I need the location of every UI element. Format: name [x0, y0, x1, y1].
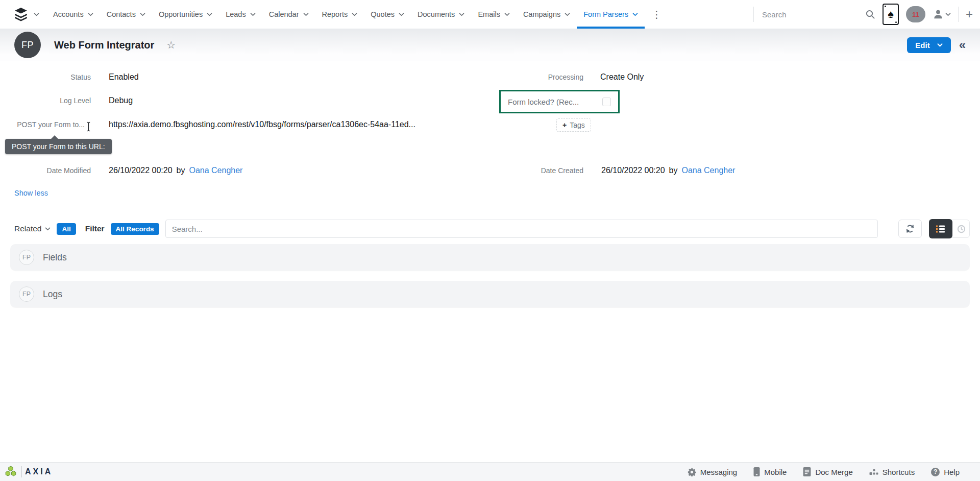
- post-url-link[interactable]: https://axia.demo.fbsghosting.com/rest/v…: [109, 120, 415, 129]
- search-icon[interactable]: [865, 9, 875, 19]
- panel-title: Fields: [43, 252, 67, 263]
- nav-item-campaigns[interactable]: Campaigns: [517, 0, 577, 29]
- nav-item-contacts[interactable]: Contacts: [100, 0, 152, 29]
- related-search-input[interactable]: [165, 220, 878, 238]
- nav-item-label: Campaigns: [523, 10, 560, 18]
- field-row-date-created: Date Created 26/10/2022 00:20 by Oana Ce…: [499, 166, 735, 175]
- spade-glyph: ♠: [888, 8, 894, 21]
- date-created-value: 26/10/2022 00:20: [601, 166, 665, 175]
- chevron-down-icon: [34, 13, 39, 16]
- field-label: POST your Form to...: [14, 119, 91, 130]
- related-all-pill[interactable]: All: [57, 223, 76, 235]
- quick-create-plus-icon[interactable]: +: [966, 8, 973, 20]
- chevron-down-icon: [88, 13, 93, 16]
- related-label: Related: [14, 224, 41, 233]
- refresh-button[interactable]: [898, 220, 922, 238]
- mobile-icon: [753, 467, 760, 476]
- post-url-tooltip: POST your Form to this URL:: [5, 139, 112, 154]
- app-footer: AXIA Messaging Mobile Doc Merge Shortcut…: [0, 462, 980, 481]
- field-label: Status: [14, 73, 91, 81]
- timeline-view-toggle[interactable]: [949, 220, 970, 238]
- chevron-down-icon: [303, 13, 309, 16]
- filter-all-records-pill[interactable]: All Records: [111, 223, 159, 235]
- user-icon: [933, 9, 944, 20]
- nav-item-label: Leads: [226, 10, 246, 18]
- clock-icon: [957, 224, 966, 234]
- field-row-date-modified: Date Modified 26/10/2022 00:20 by Oana C…: [14, 166, 242, 175]
- nav-item-emails[interactable]: Emails: [471, 0, 517, 29]
- chevron-down-icon: [352, 13, 357, 16]
- form-locked-highlight-box: Form locked? (Rec...: [499, 90, 620, 113]
- app-logo-menu[interactable]: [13, 0, 46, 29]
- footer-link-label: Messaging: [700, 468, 738, 476]
- nav-item-form-parsers[interactable]: Form Parsers: [577, 0, 645, 29]
- view-toggle-group: [929, 219, 970, 238]
- chevron-down-icon: [504, 13, 510, 16]
- chevron-down-icon: [565, 13, 570, 16]
- related-panels: FP Fields FP Logs: [10, 244, 970, 307]
- field-label: Form locked? (Rec...: [508, 98, 579, 106]
- card-dot: [895, 21, 897, 23]
- related-toolbar: Related All Filter All Records: [14, 220, 970, 238]
- nav-item-calendar[interactable]: Calendar: [262, 0, 315, 29]
- nav-item-opportunities[interactable]: Opportunities: [152, 0, 219, 29]
- refresh-icon: [905, 224, 915, 234]
- main-nav: Accounts Contacts Opportunities Leads Ca…: [46, 0, 669, 29]
- nav-item-leads[interactable]: Leads: [219, 0, 262, 29]
- post-url-label-text: POST your Form to...: [17, 121, 85, 129]
- notification-badge[interactable]: 11: [906, 6, 925, 22]
- field-row-status: Status Enabled: [14, 73, 139, 82]
- chevron-down-icon: [945, 13, 951, 16]
- favorite-star-icon[interactable]: ☆: [166, 39, 176, 51]
- filter-label: Filter: [85, 224, 105, 233]
- list-icon: [936, 225, 945, 233]
- nav-item-label: Documents: [418, 10, 455, 18]
- field-row-processing: Processing Create Only: [499, 73, 644, 82]
- chevron-down-icon: [250, 13, 256, 16]
- more-modules-kebab-icon[interactable]: ⋮: [645, 0, 669, 29]
- panel-fields[interactable]: FP Fields: [10, 244, 970, 271]
- axia-brand-logo: AXIA: [4, 465, 53, 478]
- nav-item-label: Calendar: [269, 10, 299, 18]
- show-less-link[interactable]: Show less: [14, 189, 48, 197]
- chevron-down-icon: [207, 13, 212, 16]
- related-dropdown[interactable]: Related: [14, 224, 51, 233]
- record-details: Status Enabled Log Level Debug POST your…: [0, 61, 980, 220]
- field-label: Processing: [499, 73, 583, 81]
- collapse-panel-icon[interactable]: «: [959, 39, 966, 51]
- nav-item-label: Accounts: [53, 10, 84, 18]
- panel-badge: FP: [19, 250, 34, 265]
- footer-link-messaging[interactable]: Messaging: [688, 468, 738, 476]
- divider: [753, 7, 754, 22]
- footer-link-label: Help: [944, 468, 960, 476]
- edit-button[interactable]: Edit: [907, 37, 950, 53]
- user-menu[interactable]: [933, 9, 951, 20]
- nav-item-documents[interactable]: Documents: [411, 0, 471, 29]
- add-tags-button[interactable]: + Tags: [556, 118, 591, 132]
- by-text: by: [669, 166, 678, 175]
- footer-link-label: Mobile: [764, 468, 787, 476]
- nav-item-quotes[interactable]: Quotes: [364, 0, 411, 29]
- nav-item-label: Form Parsers: [583, 10, 628, 18]
- nav-item-accounts[interactable]: Accounts: [46, 0, 100, 29]
- global-search-input[interactable]: [761, 10, 858, 19]
- date-modified-value: 26/10/2022 00:20: [109, 166, 173, 175]
- footer-link-shortcuts[interactable]: Shortcuts: [869, 468, 915, 476]
- avatar-initials: FP: [21, 40, 34, 51]
- footer-link-help[interactable]: ? Help: [931, 468, 960, 476]
- footer-link-doc-merge[interactable]: Doc Merge: [803, 467, 852, 476]
- divider: [958, 7, 959, 22]
- created-by-user-link[interactable]: Oana Cengher: [681, 166, 735, 175]
- modified-by-user-link[interactable]: Oana Cengher: [189, 166, 242, 175]
- footer-link-mobile[interactable]: Mobile: [753, 467, 787, 476]
- edit-button-label: Edit: [915, 41, 929, 50]
- list-view-toggle[interactable]: [929, 219, 952, 238]
- spade-card-icon[interactable]: ♠: [883, 4, 899, 25]
- plus-icon: +: [562, 121, 567, 129]
- chevron-down-icon: [459, 13, 464, 16]
- gear-icon: [688, 468, 696, 476]
- form-locked-checkbox[interactable]: [602, 98, 611, 106]
- field-value: Debug: [109, 96, 133, 105]
- nav-item-reports[interactable]: Reports: [315, 0, 364, 29]
- panel-logs[interactable]: FP Logs: [10, 281, 970, 307]
